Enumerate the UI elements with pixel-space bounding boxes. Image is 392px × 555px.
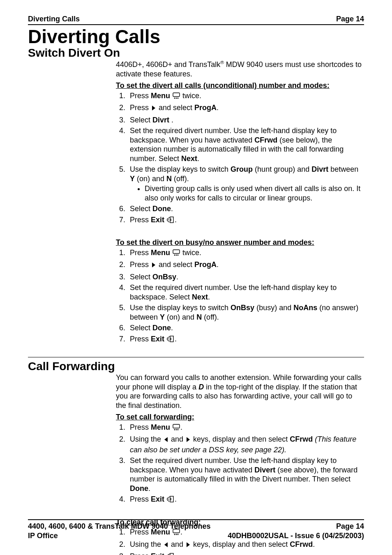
step: Press Menu .	[127, 423, 364, 433]
procA-title: To set the divert all calls (uncondition…	[116, 81, 364, 90]
procB-steps: Press Menu twice. Press and select ProgA…	[116, 248, 364, 345]
page-header: Diverting Calls Page 14	[28, 15, 364, 25]
exit-icon	[167, 496, 174, 505]
section1-body: 4406D+, 4606D+ and TransTalk® MDW 9040 u…	[116, 60, 364, 345]
step: Using the and keys, display and then sel…	[127, 435, 364, 454]
arrow-right-icon	[151, 261, 156, 271]
fwd-procA-steps: Press Menu . Using the and keys, display…	[116, 423, 364, 505]
page-footer: 4400, 4600, 6400 & TransTalk MDW 9040 Te…	[28, 519, 364, 540]
step: Press Exit .	[127, 334, 364, 345]
exit-icon	[167, 336, 174, 345]
arrow-left-icon	[164, 436, 168, 445]
step: Using the and keys, display and then sel…	[127, 540, 364, 550]
step: Use the display keys to switch Group (hu…	[127, 165, 364, 203]
footer-left-1: 4400, 4600, 6400 & TransTalk MDW 9040 Te…	[28, 522, 211, 531]
header-left: Diverting Calls	[28, 15, 80, 23]
procA-steps: Press Menu twice. Press and select ProgA…	[116, 91, 364, 226]
section1-heading: Switch Divert On	[28, 46, 364, 60]
arrow-right-icon	[151, 104, 156, 114]
section2-heading: Call Forwarding	[28, 360, 364, 373]
menu-icon	[173, 92, 180, 102]
exit-icon	[167, 553, 174, 555]
step: Select Divrt .	[127, 115, 364, 125]
procB-title: To set the divert on busy/no answer numb…	[116, 238, 364, 247]
step: Set the required divert number. Use the …	[127, 456, 364, 493]
step: Select Done.	[127, 323, 364, 333]
step: Set the required divert number. Use the …	[127, 283, 364, 302]
step: Use the display keys to switch OnBsy (bu…	[127, 303, 364, 322]
section1-intro: 4406D+, 4606D+ and TransTalk® MDW 9040 u…	[116, 60, 364, 78]
registered-mark: ®	[220, 60, 224, 65]
header-right: Page 14	[336, 15, 364, 23]
arrow-right-icon	[186, 436, 191, 445]
step: Press Menu twice.	[127, 91, 364, 102]
step: Press and select ProgA.	[127, 103, 364, 114]
fwd-procA-title: To set call forwarding:	[116, 412, 364, 422]
step: Press Exit .	[127, 495, 364, 505]
arrow-left-icon	[164, 541, 168, 550]
arrow-right-icon	[186, 541, 191, 550]
step: Press Exit .	[127, 215, 364, 226]
step: Press Menu twice.	[127, 248, 364, 259]
section2-intro: You can forward you calls to another ext…	[116, 373, 364, 410]
footer-right-2: 40DHB0002USAL - Issue 6 (04/25/2003)	[228, 531, 364, 541]
exit-icon	[167, 216, 174, 226]
section-divider	[28, 357, 364, 357]
page-title: Diverting Calls	[28, 27, 364, 46]
step: Select Done.	[127, 204, 364, 214]
menu-icon	[173, 424, 180, 433]
step: Press Exit .	[127, 552, 364, 555]
step-sublist: Diverting group calls is only used when …	[130, 184, 364, 203]
footer-right-1: Page 14	[336, 522, 364, 531]
menu-icon	[173, 249, 180, 259]
sub-bullet: Diverting group calls is only used when …	[145, 184, 364, 203]
footer-left-2: IP Office	[28, 531, 58, 541]
step: Select OnBsy.	[127, 272, 364, 282]
step: Press and select ProgA.	[127, 260, 364, 271]
step: Set the required divert number. Use the …	[127, 126, 364, 163]
